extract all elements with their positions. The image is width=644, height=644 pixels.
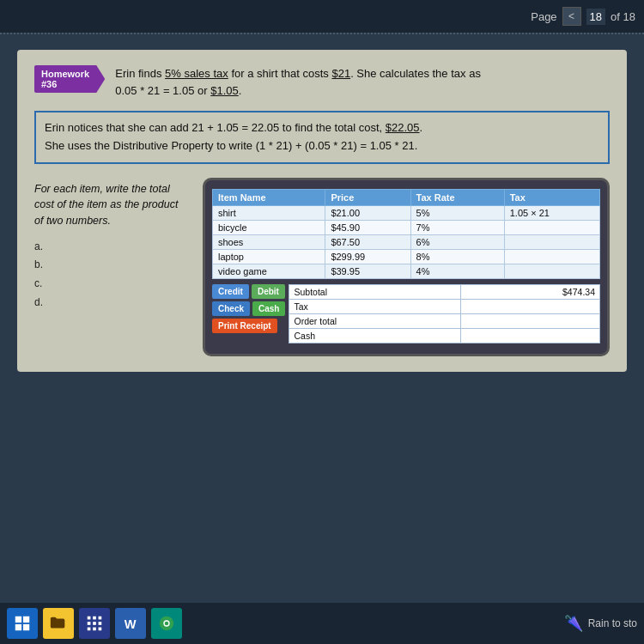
subtotal-value: $474.34	[461, 284, 600, 299]
weather-text: Rain to sto	[588, 617, 637, 629]
table-row: laptop $299.99 8%	[213, 249, 600, 264]
row-taxrate-videogame: 4%	[410, 264, 504, 278]
table-row: video game $39.95 4%	[213, 264, 600, 278]
row-price-shirt: $21.00	[325, 205, 410, 220]
order-value	[461, 313, 600, 328]
taskbar-icon-snap[interactable]	[7, 608, 38, 639]
row-name-laptop: laptop	[213, 249, 325, 264]
svg-rect-10	[88, 628, 91, 631]
homework-badge-line2: #36	[41, 79, 57, 89]
row-taxrate-shirt: 5%	[410, 205, 504, 220]
svg-rect-7	[88, 622, 91, 625]
col-header-price: Price	[325, 189, 410, 205]
cash-label: Cash	[289, 328, 461, 343]
item-b: b.	[34, 256, 189, 275]
check-button[interactable]: Check	[212, 301, 250, 316]
tax-row: Tax	[289, 299, 600, 313]
svg-point-16	[165, 622, 169, 626]
subtotal-row: Subtotal $474.34	[289, 284, 600, 299]
svg-text:W: W	[125, 617, 137, 631]
row-taxrate-bicycle: 7%	[410, 220, 504, 234]
cash-value	[461, 328, 600, 343]
row-price-bicycle: $45.90	[325, 220, 410, 234]
lower-section: For each item, write the total cost of t…	[34, 178, 610, 356]
svg-rect-8	[93, 622, 96, 625]
weather-icon: 🌂	[564, 614, 583, 633]
subtotal-label: Subtotal	[289, 284, 461, 299]
svg-rect-2	[15, 624, 21, 630]
svg-rect-5	[93, 617, 96, 620]
register-buttons: Credit Debit Check Cash Print Receipt	[212, 284, 285, 343]
svg-rect-0	[15, 617, 21, 623]
row-tax-shirt: 1.05 × 21	[504, 205, 599, 220]
homework-badge-line1: Homework	[41, 69, 89, 79]
table-row: bicycle $45.90 7%	[213, 220, 600, 234]
row-tax-shoes	[504, 234, 599, 249]
notice-line2: She uses the Distributive Property to wr…	[45, 139, 417, 152]
col-header-name: Item Name	[213, 189, 325, 205]
row-tax-bicycle	[504, 220, 599, 234]
register-bottom: Credit Debit Check Cash Print Receipt Su…	[212, 284, 600, 343]
taskbar-icon-word[interactable]: W	[115, 608, 146, 639]
row-tax-videogame	[504, 264, 599, 278]
homework-description: Erin finds 5% sales tax for a shirt that…	[115, 65, 481, 99]
cash-row: Cash	[289, 328, 600, 343]
main-content: Homework #36 Erin finds 5% sales tax for…	[17, 50, 627, 372]
btn-row-3: Print Receipt	[212, 319, 285, 333]
homework-badge: Homework #36	[34, 65, 105, 93]
credit-button[interactable]: Credit	[212, 284, 249, 299]
page-of: of 18	[611, 10, 635, 23]
cash-button[interactable]: Cash	[252, 301, 285, 316]
btn-row-1: Credit Debit	[212, 284, 285, 299]
taskbar-icon-grid[interactable]	[79, 608, 110, 639]
row-price-laptop: $299.99	[325, 249, 410, 264]
top-bar: Page < 18 of 18	[0, 0, 644, 33]
item-d: d.	[34, 294, 189, 313]
row-price-shoes: $67.50	[325, 234, 410, 249]
item-c: c.	[34, 275, 189, 294]
homework-row: Homework #36 Erin finds 5% sales tax for…	[34, 65, 610, 99]
tablet-panel: Item Name Price Tax Rate Tax shirt $21.0…	[203, 178, 610, 356]
folder-icon	[49, 614, 68, 633]
chrome-icon	[157, 614, 176, 633]
taskbar-icon-chrome[interactable]	[151, 608, 182, 639]
order-row: Order total	[289, 313, 600, 328]
svg-rect-11	[93, 628, 96, 631]
current-page: 18	[586, 9, 605, 25]
page-back-button[interactable]: <	[562, 7, 581, 26]
svg-rect-9	[99, 622, 102, 625]
order-label: Order total	[289, 313, 461, 328]
row-price-videogame: $39.95	[325, 264, 410, 278]
grid-icon	[85, 614, 104, 633]
btn-row-2: Check Cash	[212, 301, 285, 316]
row-tax-laptop	[504, 249, 599, 264]
notice-line1: Erin notices that she can add 21 + 1.05 …	[45, 121, 422, 134]
item-a: a.	[34, 238, 189, 257]
row-taxrate-shoes: 6%	[410, 234, 504, 249]
row-name-videogame: video game	[213, 264, 325, 278]
taskbar-icon-folder[interactable]	[43, 608, 74, 639]
debit-button[interactable]: Debit	[252, 284, 285, 299]
tax-value	[461, 299, 600, 313]
blue-notice: Erin notices that she can add 21 + 1.05 …	[34, 111, 610, 164]
row-name-shoes: shoes	[213, 234, 325, 249]
table-row: shirt $21.00 5% 1.05 × 21	[213, 205, 600, 220]
row-name-shirt: shirt	[213, 205, 325, 220]
svg-rect-1	[23, 617, 29, 623]
col-header-taxrate: Tax Rate	[410, 189, 504, 205]
word-icon: W	[121, 614, 140, 633]
row-name-bicycle: bicycle	[213, 220, 325, 234]
table-row: shoes $67.50 6%	[213, 234, 600, 249]
svg-rect-3	[23, 624, 29, 630]
homework-desc-text: Erin finds 5% sales tax for a shirt that…	[115, 67, 481, 97]
snap-icon	[13, 614, 32, 633]
row-taxrate-laptop: 8%	[410, 249, 504, 264]
divider	[0, 33, 644, 34]
col-header-tax: Tax	[504, 189, 599, 205]
instructions-text: For each item, write the total cost of t…	[34, 181, 189, 229]
svg-rect-12	[99, 628, 102, 631]
print-receipt-button[interactable]: Print Receipt	[212, 319, 277, 333]
taskbar: W 🌂 Rain to sto	[0, 603, 644, 644]
page-label: Page	[531, 10, 556, 23]
svg-rect-6	[99, 617, 102, 620]
